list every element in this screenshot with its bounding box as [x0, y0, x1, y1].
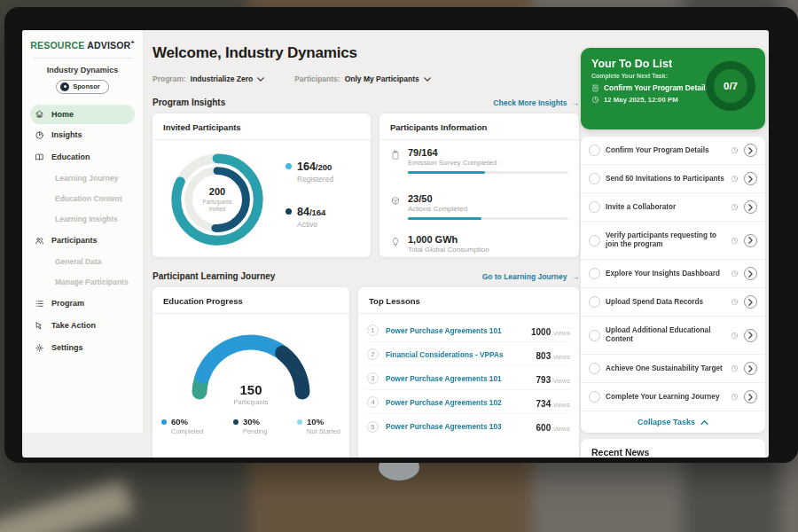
task-row-3[interactable]: Invite a Collaborator [581, 193, 765, 222]
dashboard-screen: RESOURCE ADVISOR+ Industry Dynamics Spon… [22, 30, 769, 458]
card-title: Education Progress [153, 287, 349, 313]
task-go-button[interactable] [744, 144, 757, 157]
check-more-insights-link[interactable]: Check More Insights → [493, 98, 579, 107]
legend-dot [286, 208, 292, 215]
gear-icon [35, 343, 44, 353]
lesson-row-2[interactable]: 2 Financial Considerations - VPPAs 803vi… [367, 343, 570, 366]
rank-badge: 4 [367, 396, 379, 408]
legend-label: Not Started [307, 427, 340, 435]
task-go-button[interactable] [744, 295, 757, 309]
lightbulb-icon [390, 237, 401, 247]
main-content: Welcome, Industry Dynamics Program: Indu… [153, 30, 579, 458]
divider [379, 139, 579, 140]
go-to-learning-journey-link[interactable]: Go to Learning Journey → [482, 272, 579, 281]
task-row-1[interactable]: Confirm Your Program Details [581, 137, 765, 165]
sidebar-item-insights[interactable]: Insights [22, 124, 143, 146]
chevron-up-icon [700, 420, 708, 425]
sidebar-item-general-data[interactable]: General Data [22, 252, 143, 272]
task-row-5[interactable]: Explore Your Insights Dashboard [581, 260, 765, 288]
invited-count-label: ParticipantsInvited [203, 199, 232, 213]
sidebar-item-label: Learning Insights [55, 215, 118, 223]
sidebar-item-home[interactable]: Home [30, 105, 135, 124]
task-row-8[interactable]: Achieve One Sustainability Target [581, 355, 765, 383]
task-row-6[interactable]: Upload Spend Data Records [581, 288, 765, 317]
task-go-button[interactable] [744, 390, 757, 403]
clock-icon [591, 96, 599, 104]
legend-label: Registered [297, 175, 333, 184]
document-icon [591, 84, 599, 92]
sidebar-item-education[interactable]: Education [22, 146, 143, 168]
participants-filter[interactable]: Participants: Only My Participants [294, 74, 431, 83]
sidebar-item-learning-journey[interactable]: Learning Journey [22, 168, 143, 189]
task-checkbox[interactable] [589, 235, 600, 246]
lesson-row-3[interactable]: 3 Power Purchase Agreements 101 793views [367, 367, 570, 390]
stat-value: 1,000 GWh [408, 234, 489, 245]
lesson-row-5[interactable]: 5 Power Purchase Agreements 103 600views [367, 415, 570, 438]
lesson-link[interactable]: Power Purchase Agreements 101 [386, 326, 524, 335]
learning-journey-title: Participant Learning Journey [153, 271, 275, 281]
home-icon [35, 109, 44, 119]
sidebar-nav: Home Insights Education Learning Journey… [22, 105, 143, 359]
sidebar-item-label: Take Action [51, 321, 96, 330]
task-row-2[interactable]: Send 50 Invitations to Participants [581, 165, 765, 193]
legend-dot [297, 419, 302, 425]
divider [33, 58, 132, 59]
sidebar-item-program[interactable]: Program [22, 293, 143, 315]
task-go-button[interactable] [744, 267, 757, 280]
rank-badge: 3 [367, 372, 379, 384]
legend-pending: 30% Pending [233, 417, 268, 435]
sidebar-item-take-action[interactable]: Take Action [22, 315, 143, 337]
task-row-7[interactable]: Upload Additional Educational Content [581, 317, 765, 355]
task-checkbox[interactable] [589, 296, 600, 308]
task-label: Verify participants requesting to join t… [606, 231, 725, 249]
lesson-link[interactable]: Financial Considerations - VPPAs [386, 350, 529, 359]
task-checkbox[interactable] [589, 330, 600, 341]
sidebar-item-label: Home [51, 110, 74, 119]
page-title: Welcome, Industry Dynamics [153, 44, 357, 62]
lesson-link[interactable]: Power Purchase Agreements 101 [386, 374, 529, 383]
sidebar-item-manage-participants[interactable]: Manage Participants [22, 272, 143, 293]
task-checkbox[interactable] [589, 391, 600, 403]
sidebar-item-label: Education Content [55, 194, 122, 203]
monitor-bezel: RESOURCE ADVISOR+ Industry Dynamics Spon… [4, 7, 798, 463]
filters-row: Program: Industrialize Zero Participants… [153, 74, 431, 83]
sidebar-item-label: Participants [51, 236, 98, 245]
stat-value: 23/50 [408, 193, 568, 204]
task-go-button[interactable] [744, 200, 757, 214]
lesson-row-4[interactable]: 4 Power Purchase Agreements 102 734views [367, 391, 570, 414]
task-label: Invite a Collaborator [606, 203, 725, 212]
collapse-label: Collapse Tasks [638, 418, 695, 426]
task-go-button[interactable] [744, 362, 757, 375]
task-checkbox[interactable] [589, 201, 600, 213]
card-title: Participants Information [379, 113, 579, 139]
program-insights-header: Program Insights Check More Insights → [153, 98, 579, 107]
collapse-tasks-link[interactable]: Collapse Tasks [581, 411, 765, 433]
lesson-link[interactable]: Power Purchase Agreements 103 [386, 422, 529, 431]
todo-next-task-label: Confirm Your Program Details [604, 83, 709, 92]
sidebar-item-settings[interactable]: Settings [22, 337, 143, 359]
task-label: Upload Spend Data Records [606, 298, 725, 307]
task-row-4[interactable]: Verify participants requesting to join t… [581, 222, 765, 260]
sidebar-item-education-content[interactable]: Education Content [22, 189, 143, 209]
lesson-link[interactable]: Power Purchase Agreements 102 [386, 398, 529, 407]
task-go-button[interactable] [744, 329, 757, 342]
todo-due-label: 12 May 2025, 12:00 PM [604, 96, 678, 104]
task-checkbox[interactable] [589, 145, 600, 156]
todo-panel: Your To Do List Complete Your Next Task:… [581, 30, 765, 458]
legend-dot [233, 419, 239, 425]
program-filter[interactable]: Program: Industrialize Zero [153, 74, 264, 83]
task-checkbox[interactable] [589, 173, 600, 184]
clock-icon [731, 203, 739, 211]
clock-icon [731, 237, 739, 245]
clock-icon [731, 332, 739, 340]
task-go-button[interactable] [744, 234, 757, 247]
task-row-9[interactable]: Complete Your Learning Journey [581, 383, 765, 411]
education-gauge-chart: 150 Participants [176, 319, 326, 401]
task-checkbox[interactable] [589, 268, 600, 279]
sidebar-item-participants[interactable]: Participants [22, 230, 143, 252]
task-go-button[interactable] [744, 172, 757, 185]
stat-label: Emission Survey Completed [408, 159, 568, 167]
lesson-row-1[interactable]: 1 Power Purchase Agreements 101 1000view… [367, 319, 570, 342]
task-checkbox[interactable] [589, 363, 600, 374]
sidebar-item-learning-insights[interactable]: Learning Insights [22, 209, 143, 230]
